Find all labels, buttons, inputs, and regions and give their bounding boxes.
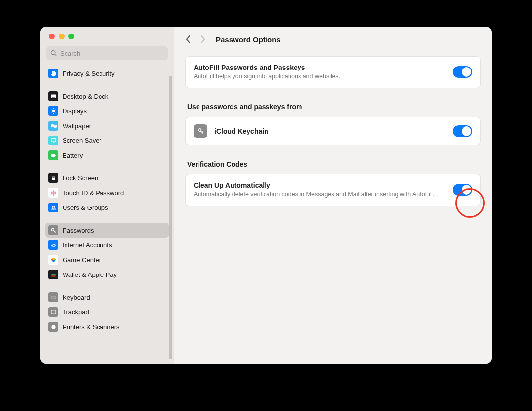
sidebar-item-touch-id-password[interactable]: Touch ID & Password [45, 185, 169, 200]
search-input[interactable] [60, 50, 164, 57]
svg-rect-36 [54, 296, 54, 297]
sidebar-item-displays[interactable]: Displays [45, 103, 169, 118]
sidebar-search[interactable] [46, 46, 168, 60]
card-subtitle: AutoFill helps you sign into application… [194, 72, 446, 81]
card-autofill-passwords: AutoFill Passwords and Passkeys AutoFill… [185, 56, 481, 88]
sidebar-item-passwords[interactable]: Passwords [45, 223, 169, 238]
window-close-button[interactable] [49, 34, 55, 39]
svg-line-9 [51, 112, 52, 113]
battery-icon [48, 150, 58, 160]
sidebar-item-trackpad[interactable]: Trackpad [45, 305, 169, 319]
svg-point-28 [52, 257, 55, 260]
users-icon [48, 203, 58, 212]
sidebar: Privacy & Security Desktop & Dock Displa… [40, 27, 174, 364]
sidebar-item-battery[interactable]: Battery [45, 148, 169, 163]
window-minimize-button[interactable] [59, 34, 65, 39]
svg-rect-31 [51, 275, 56, 276]
sidebar-item-internet-accounts[interactable]: @ Internet Accounts [45, 238, 169, 252]
svg-rect-33 [51, 296, 52, 297]
card-subtitle: Automatically delete verification codes … [194, 190, 446, 199]
svg-rect-35 [53, 296, 54, 297]
card-title: iCloud Keychain [214, 127, 446, 135]
svg-rect-1 [52, 97, 55, 97]
svg-rect-38 [52, 298, 55, 298]
keyboard-icon [48, 292, 58, 302]
svg-rect-42 [52, 328, 55, 329]
sidebar-item-label: Displays [63, 107, 87, 115]
sidebar-item-label: Touch ID & Password [63, 189, 124, 197]
sidebar-item-lock-screen[interactable]: Lock Screen [45, 171, 169, 185]
svg-rect-29 [51, 274, 56, 274]
svg-rect-41 [52, 325, 55, 326]
toggle-icloud-keychain[interactable] [453, 125, 472, 137]
sidebar-item-wallpaper[interactable]: Wallpaper [45, 118, 169, 133]
sidebar-item-privacy-security[interactable]: Privacy & Security [45, 66, 169, 81]
card-icloud-keychain: iCloud Keychain [185, 117, 481, 145]
sidebar-item-label: Privacy & Security [63, 70, 114, 77]
svg-line-8 [55, 112, 55, 113]
sidebar-item-screen-saver[interactable]: Screen Saver [45, 133, 169, 148]
sidebar-item-label: Wallpaper [63, 122, 91, 130]
sidebar-item-printers-scanners[interactable]: Printers & Scanners [45, 319, 169, 334]
svg-rect-34 [52, 296, 53, 297]
sidebar-item-users-groups[interactable]: Users & Groups [45, 200, 169, 215]
search-icon [50, 50, 57, 57]
toggle-autofill-passwords[interactable] [453, 66, 472, 78]
svg-point-20 [53, 206, 55, 207]
sidebar-item-wallet-apple-pay[interactable]: Wallet & Apple Pay [45, 267, 169, 282]
section-sources-label: Use passwords and passkeys from [187, 103, 481, 111]
sidebar-item-label: Users & Groups [63, 204, 108, 211]
sidebar-item-label: Internet Accounts [63, 241, 112, 249]
wallet-icon [48, 270, 58, 279]
card-cleanup-automatically: Clean Up Automatically Automatically del… [185, 174, 481, 206]
svg-rect-12 [52, 142, 54, 142]
sidebar-item-game-center[interactable]: Game Center [45, 252, 169, 267]
dock-icon [48, 91, 58, 101]
forward-button[interactable] [197, 33, 208, 46]
svg-rect-15 [52, 177, 55, 180]
section-verification-label: Verification Codes [187, 160, 481, 168]
sidebar-item-desktop-dock[interactable]: Desktop & Dock [45, 89, 169, 103]
window-zoom-button[interactable] [68, 34, 74, 39]
sidebar-item-label: Passwords [63, 227, 94, 234]
system-settings-window: Privacy & Security Desktop & Dock Displa… [40, 27, 492, 364]
svg-rect-13 [51, 154, 55, 157]
svg-rect-37 [55, 296, 55, 297]
sidebar-item-label: Screen Saver [63, 137, 101, 144]
svg-rect-30 [51, 274, 56, 275]
sidebar-item-label: Keyboard [63, 294, 90, 301]
svg-point-2 [52, 109, 54, 112]
toggle-cleanup-automatically[interactable] [453, 184, 472, 196]
svg-rect-32 [51, 296, 56, 299]
touch-id-icon [48, 188, 58, 198]
main-content: Password Options AutoFill Passwords and … [174, 27, 492, 364]
sidebar-item-keyboard[interactable]: Keyboard [45, 290, 169, 305]
svg-line-45 [202, 132, 203, 133]
svg-line-23 [54, 231, 55, 232]
key-icon [48, 225, 58, 235]
trackpad-icon [48, 307, 58, 317]
sidebar-item-label: Printers & Scanners [63, 323, 120, 331]
svg-rect-14 [55, 155, 56, 156]
sidebar-item-label: Trackpad [63, 308, 89, 316]
window-controls [40, 27, 174, 39]
sidebar-nav[interactable]: Privacy & Security Desktop & Dock Displa… [40, 63, 174, 364]
screen-saver-icon [48, 136, 58, 145]
displays-icon [48, 106, 58, 116]
card-title: Clean Up Automatically [194, 181, 446, 189]
at-sign-icon: @ [48, 240, 58, 250]
sidebar-item-label: Wallet & Apple Pay [63, 271, 117, 278]
svg-line-7 [51, 109, 52, 109]
hand-privacy-icon [48, 68, 58, 78]
sidebar-scrollbar[interactable] [169, 76, 172, 359]
back-button[interactable] [183, 33, 194, 46]
svg-rect-39 [51, 310, 56, 313]
page-title: Password Options [216, 35, 281, 44]
svg-rect-11 [51, 138, 56, 142]
wallpaper-icon [48, 121, 58, 131]
sidebar-item-label: Battery [63, 152, 83, 159]
card-title: AutoFill Passwords and Passkeys [194, 64, 446, 71]
sidebar-item-label: Desktop & Dock [63, 93, 108, 100]
svg-point-17 [52, 191, 55, 194]
svg-point-19 [52, 206, 54, 208]
